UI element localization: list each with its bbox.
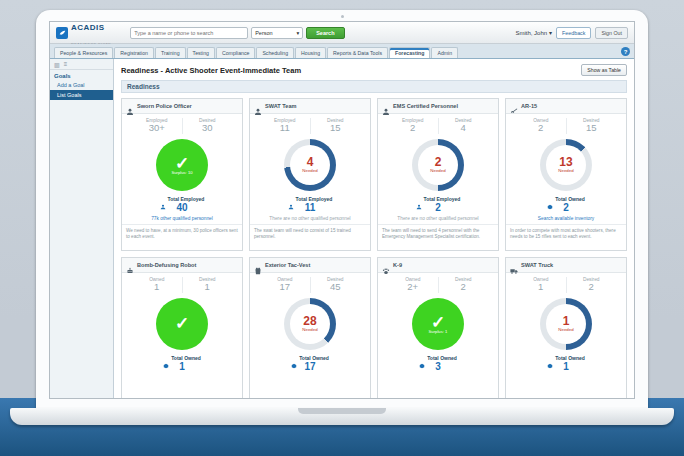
nav-tab-bar: People & Resources Registration Training…	[50, 44, 634, 59]
needed-count: 13	[559, 156, 572, 168]
total-label: Total Owned	[555, 355, 585, 361]
readiness-gauge: ✓ 28 Needed	[284, 298, 336, 350]
sidebar-item-add-a-goal[interactable]: Add a Goal	[50, 80, 113, 90]
tab-forecasting[interactable]: Forecasting	[389, 47, 430, 58]
show-as-table-button[interactable]: Show as Table	[581, 64, 627, 76]
total-value: 3	[380, 361, 496, 373]
qualified-personnel-note: There are no other qualified personnel	[250, 214, 370, 224]
card-description: We need to have, at a minimum, 30 police…	[122, 224, 242, 244]
card-swat-team: SWAT Team Employed11 Desired15 ✓ 4 Neede…	[249, 98, 371, 251]
needed-label: Needed	[558, 328, 573, 332]
total-value: 40	[124, 202, 240, 214]
stat-value: 2	[439, 282, 489, 293]
personnel-badge-icon	[160, 196, 166, 202]
readiness-gauge: ✓	[156, 298, 208, 350]
person-icon	[382, 102, 390, 110]
personnel-badge-icon	[416, 196, 422, 202]
laptop-bezel: ACADIS READINESS SUITE Person ▾ Search S…	[36, 10, 648, 408]
total-label: Total Owned	[171, 355, 201, 361]
total-label: Total Owned	[427, 355, 457, 361]
sidebar-collapse-icon[interactable]: ▥	[54, 61, 60, 68]
laptop-notch	[298, 408, 386, 414]
tab-scheduling[interactable]: Scheduling	[256, 47, 294, 58]
stat-value: 15	[567, 123, 617, 134]
needed-label: Needed	[302, 169, 317, 173]
tab-housing[interactable]: Housing	[295, 47, 326, 58]
card-sworn-police-officer: Sworn Police Officer Employed30+ Desired…	[121, 98, 243, 251]
card-title: Exterior Tac-Vest	[265, 262, 310, 268]
search-inventory-link[interactable]: Search available inventory	[506, 214, 626, 224]
total-value: 11	[252, 202, 368, 214]
brand-name: ACADIS	[71, 23, 105, 32]
search-button[interactable]: Search	[306, 27, 344, 39]
tab-reports-data-tools[interactable]: Reports & Data Tools	[327, 47, 388, 58]
sidebar-item-list-goals[interactable]: List Goals	[50, 90, 113, 100]
tab-people-resources[interactable]: People & Resources	[54, 47, 113, 58]
paw-icon	[382, 261, 390, 269]
qualified-personnel-link[interactable]: 77k other qualified personnel	[122, 214, 242, 224]
needed-label: Needed	[558, 169, 573, 173]
stat-value: 17	[260, 282, 310, 293]
surplus-label: Surplus: 1	[429, 330, 448, 334]
stat-value: 30	[183, 123, 233, 134]
person-icon	[254, 102, 262, 110]
stat-value: 2	[567, 282, 617, 293]
stat-value: 1	[132, 282, 182, 293]
user-menu[interactable]: Smith, John ▾	[515, 29, 552, 36]
card-description: The swat team will need to consist of 15…	[250, 224, 370, 244]
feedback-button[interactable]: Feedback	[556, 27, 591, 39]
stat-value: 2	[388, 123, 438, 134]
readiness-section-header: Readiness	[121, 80, 627, 93]
tab-testing[interactable]: Testing	[187, 47, 215, 58]
card-title: K-9	[393, 262, 402, 268]
card-bomb-defusing-robot: Bomb-Defusing Robot Owned1 Desired1 ✓	[121, 257, 243, 398]
stat-value: 4	[439, 123, 489, 134]
chevron-down-icon: ▾	[549, 29, 552, 36]
tab-admin[interactable]: Admin	[431, 47, 458, 58]
readiness-gauge: ✓ 2 Needed	[412, 139, 464, 191]
card-swat-truck: SWAT Truck Owned1 Desired2 ✓ 1 Needed	[505, 257, 627, 398]
tab-training[interactable]: Training	[155, 47, 186, 58]
stat-value: 2+	[388, 282, 438, 293]
qualified-personnel-note: There are no other qualified personnel	[378, 214, 498, 224]
personnel-badge-icon	[288, 196, 294, 202]
app-window: ACADIS READINESS SUITE Person ▾ Search S…	[49, 21, 635, 399]
inventory-box-icon	[547, 196, 553, 202]
tab-registration[interactable]: Registration	[114, 47, 154, 58]
stat-value: 30+	[132, 123, 182, 134]
needed-label: Needed	[302, 328, 317, 332]
vest-icon	[254, 261, 262, 269]
robot-icon	[126, 261, 134, 269]
search-input[interactable]	[130, 27, 248, 39]
needed-label: Needed	[430, 169, 445, 173]
card-description: In order to compete with most active sho…	[506, 224, 626, 244]
page-title: Readiness - Active Shooter Event-Immedia…	[121, 66, 301, 75]
sidebar-title: Goals	[50, 70, 113, 80]
card-description: The team will need to send 4 personnel w…	[378, 224, 498, 244]
total-value: 1	[124, 361, 240, 373]
card-title: SWAT Team	[265, 103, 297, 109]
person-icon	[126, 102, 134, 110]
card-exterior-tac-vest: Exterior Tac-Vest Owned17 Desired45 ✓ 28…	[249, 257, 371, 398]
inventory-box-icon	[291, 355, 297, 361]
top-chrome-bar: ACADIS READINESS SUITE Person ▾ Search S…	[50, 22, 634, 44]
help-icon[interactable]: ?	[621, 47, 630, 56]
inventory-box-icon	[163, 355, 169, 361]
surplus-label: Surplus: 10	[171, 171, 192, 175]
stat-value: 1	[183, 282, 233, 293]
needed-count: 2	[435, 156, 442, 168]
laptop-base	[10, 408, 674, 425]
main-content: Readiness - Active Shooter Event-Immedia…	[114, 59, 634, 398]
search-category-select[interactable]: Person ▾	[251, 27, 303, 39]
needed-count: 1	[563, 315, 570, 327]
truck-icon	[510, 261, 518, 269]
card-title: AR-15	[521, 103, 537, 109]
webcam-dot	[341, 15, 344, 18]
sidebar-menu-icon[interactable]: ≡	[64, 61, 68, 67]
acadis-logo-icon	[56, 27, 68, 39]
card-k9: K-9 Owned2+ Desired2 ✓ Surplus: 1	[377, 257, 499, 398]
readiness-gauge: ✓ Surplus: 1	[412, 298, 464, 350]
tab-compliance[interactable]: Compliance	[216, 47, 255, 58]
sign-out-button[interactable]: Sign Out	[595, 27, 628, 39]
total-value: 2	[380, 202, 496, 214]
